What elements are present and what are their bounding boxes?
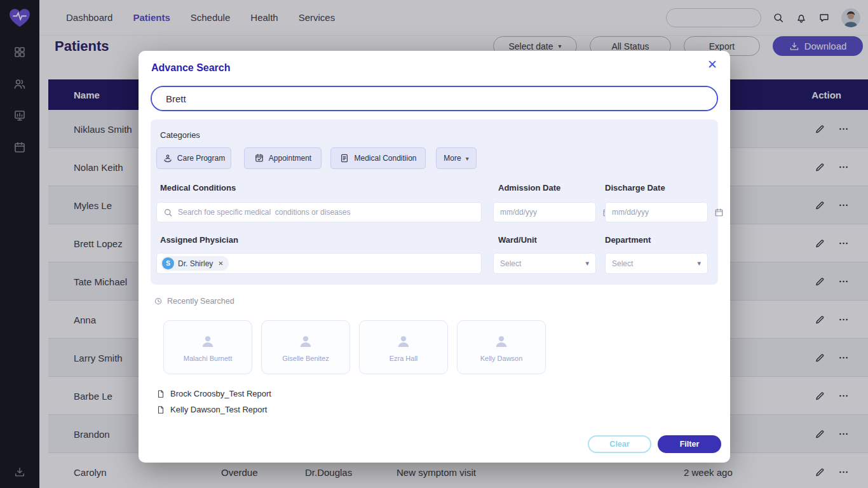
category-label: Appointment — [269, 154, 311, 163]
person-icon — [297, 333, 314, 349]
category-label: More — [444, 154, 461, 163]
chevron-down-icon: ▾ — [585, 259, 589, 268]
filter-button[interactable]: Filter — [658, 435, 721, 453]
person-icon — [493, 333, 510, 349]
person-icon — [200, 333, 216, 349]
assigned-physician-label: Assigned Physician — [160, 235, 238, 245]
clear-button[interactable]: Clear — [588, 435, 651, 453]
clock-icon — [154, 297, 163, 306]
recent-patient-card[interactable]: Ezra Hall — [359, 320, 448, 374]
report-name: Kelly Dawson_Test Report — [170, 405, 267, 414]
file-icon — [156, 405, 165, 414]
modal-title: Advance Search — [151, 62, 231, 74]
recent-patient-name: Giselle Benitez — [282, 355, 329, 362]
recent-report-item[interactable]: Kelly Dawson_Test Report — [156, 405, 267, 414]
recently-searched: Recently Searched — [154, 297, 234, 306]
ward-unit-value: Select — [500, 259, 521, 268]
calendar-icon[interactable] — [714, 208, 724, 217]
recent-patient-card[interactable]: Giselle Benitez — [261, 320, 350, 374]
physician-chip-avatar: S — [162, 257, 174, 269]
ward-unit-select[interactable]: Select ▾ — [493, 253, 596, 274]
remove-chip-icon[interactable]: ✕ — [218, 260, 223, 267]
category-care-program-button[interactable]: Care Program — [156, 147, 231, 169]
recent-patient-name: Ezra Hall — [390, 355, 418, 362]
medical-condition-icon — [339, 153, 349, 163]
recent-patient-card[interactable]: Malachi Burnett — [163, 320, 252, 374]
recent-patient-name: Kelly Dawson — [480, 355, 523, 362]
medical-conditions-search-field — [156, 202, 482, 222]
admission-date-label: Admission Date — [498, 183, 560, 193]
category-appointment-button[interactable]: Appointment — [244, 147, 322, 169]
physician-chip[interactable]: S Dr. Shirley ✕ — [161, 256, 229, 271]
care-program-icon — [163, 153, 173, 163]
modal-search-field — [151, 86, 718, 111]
discharge-date-label: Discharge Date — [605, 183, 665, 193]
department-label: Department — [605, 235, 651, 245]
recent-patient-card[interactable]: Kelly Dawson — [457, 320, 546, 374]
file-icon — [156, 390, 165, 398]
appointment-icon — [254, 153, 264, 163]
categories-label: Categories — [160, 130, 200, 140]
recently-searched-label: Recently Searched — [167, 297, 234, 306]
admission-date-field — [493, 202, 596, 222]
report-name: Brock Croosby_Test Report — [170, 389, 271, 398]
category-medical-condition-button[interactable]: Medical Conditiion — [330, 147, 426, 169]
ward-unit-label: Ward/Unit — [498, 235, 537, 245]
person-icon — [395, 333, 412, 349]
physician-chip-label: Dr. Shirley — [178, 259, 213, 268]
medical-conditions-search-input[interactable] — [178, 208, 475, 217]
medical-conditions-label: Medical Conditions — [160, 183, 236, 193]
category-label: Care Program — [177, 154, 225, 163]
chevron-down-icon: ▾ — [697, 259, 701, 268]
recent-patient-name: Malachi Burnett — [184, 355, 232, 362]
department-value: Select — [612, 259, 633, 268]
modal-search-input[interactable] — [152, 87, 717, 110]
discharge-date-field — [605, 202, 708, 222]
category-label: Medical Conditiion — [354, 154, 416, 163]
chevron-down-icon: ▾ — [466, 155, 469, 162]
category-more-button[interactable]: More ▾ — [436, 147, 477, 169]
discharge-date-input[interactable] — [612, 208, 710, 217]
assigned-physician-field[interactable]: S Dr. Shirley ✕ — [156, 253, 482, 274]
department-select[interactable]: Select ▾ — [605, 253, 708, 274]
admission-date-input[interactable] — [500, 208, 599, 217]
advance-search-modal: Advance Search ✕ Categories Care Program… — [139, 51, 730, 463]
recent-report-item[interactable]: Brock Croosby_Test Report — [156, 389, 271, 398]
filter-panel: Categories Care Program Appointment Medi… — [151, 119, 718, 285]
search-icon — [163, 208, 173, 217]
close-icon[interactable]: ✕ — [707, 58, 717, 71]
